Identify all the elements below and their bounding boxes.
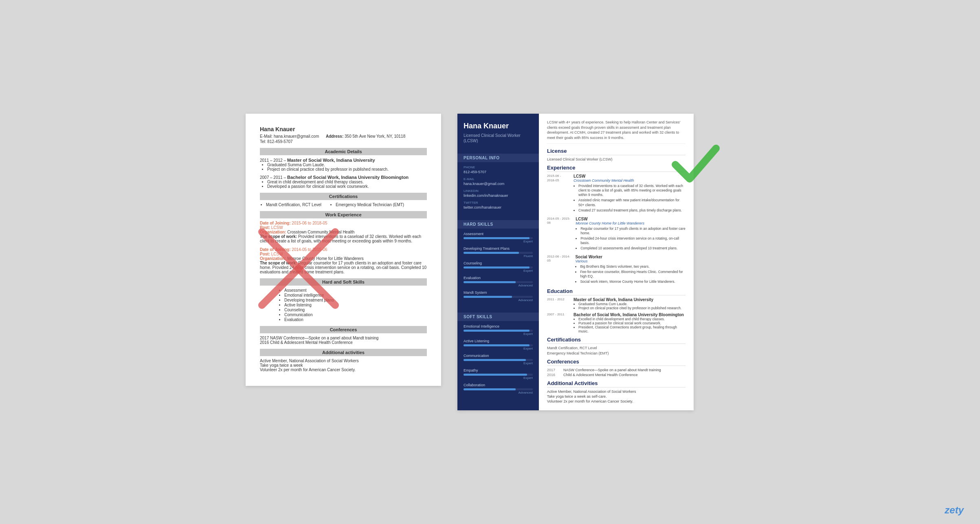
soft-skill-item: Active Listening Expert xyxy=(464,339,533,350)
work-item-2: Date of Joining: 2014-05 to 2015-06 Post… xyxy=(260,247,427,274)
soft-skill-item: Communication Expert xyxy=(464,354,533,365)
sidebar-header: Hana Knauer Licensed Clinical Social Wor… xyxy=(457,114,539,150)
additional-title: Additional Activities xyxy=(547,380,686,387)
right-resume-wrapper: Hana Knauer Licensed Clinical Social Wor… xyxy=(457,114,694,410)
additional-item: Volunteer 2x per month for American Canc… xyxy=(547,399,686,403)
conferences-section-title: Conferences xyxy=(260,326,427,333)
hard-skills-section: Assessment Expert Developing Treatment P… xyxy=(457,229,539,308)
left-skill-item: Evaluation xyxy=(284,317,427,322)
left-skill-item: Emotional intelligence xyxy=(284,293,427,297)
additional-content: Active Member, National Association of S… xyxy=(260,359,427,372)
soft-skill-item: Empathy Expert xyxy=(464,368,533,380)
twitter-info: Twitter twitter.com/hanaknauer xyxy=(464,201,533,209)
right-name: Hana Knauer xyxy=(464,122,533,131)
hard-skill-item: Evaluation Advanced xyxy=(464,276,533,287)
license-title: License xyxy=(547,148,686,155)
certs-row: Mandt Certification, RCT Level Emergency… xyxy=(260,203,427,207)
right-main-content: LCSW with 4+ years of experience. Seekin… xyxy=(539,114,694,410)
certs-section-title: Certifications xyxy=(260,193,427,200)
experience-item: 2012-06 - 2014-05 Social Worker Various … xyxy=(547,255,686,285)
personal-info: Phone 812-459-5707 E-mail hana.knauer@gm… xyxy=(457,162,539,216)
hard-skills-section-title: Hard Skills xyxy=(457,220,539,229)
edu-bullets-1: Graduated Summa Cum Laude. Project on cl… xyxy=(267,163,427,172)
right-sidebar: Hana Knauer Licensed Clinical Social Wor… xyxy=(457,114,539,410)
soft-skills-section-title: Soft Skills xyxy=(457,313,539,321)
right-additional-list: Active Member, National Association of S… xyxy=(547,390,686,403)
academic-section-title: Academic Details xyxy=(260,148,427,155)
right-education-list: 2011 - 2012 Master of Social Work, India… xyxy=(547,297,686,333)
right-title: Licensed Clinical Social Worker (LCSW) xyxy=(464,133,533,143)
education-title: Education xyxy=(547,288,686,295)
left-email-line: E-Mail: hana.knauer@gmail.com Address: 3… xyxy=(260,134,427,139)
left-skill-item: Assessment xyxy=(284,288,427,293)
soft-skills-section: Emotional Intelligence Expert Active Lis… xyxy=(457,321,539,401)
skills-list: AssessmentEmotional intelligenceDevelopi… xyxy=(260,288,427,322)
experience-item: 2014-05 - 2015-06 LCSW Monroe County Hom… xyxy=(547,217,686,251)
zety-brand: zety xyxy=(945,504,964,516)
experience-list: 2015-06 - 2018-05 LCSW Crosstown Communi… xyxy=(547,174,686,285)
conf-title: Conferences xyxy=(547,359,686,366)
left-resume-wrapper: Hana Knauer E-Mail: hana.knauer@gmail.co… xyxy=(246,114,441,386)
experience-title: Experience xyxy=(547,165,686,172)
left-header: Hana Knauer E-Mail: hana.knauer@gmail.co… xyxy=(260,126,427,144)
right-resume: Hana Knauer Licensed Clinical Social Wor… xyxy=(457,114,694,410)
right-edu-item: 2011 - 2012 Master of Social Work, India… xyxy=(547,297,686,310)
conferences-content: 2017 NASW Conference—Spoke on a panel ab… xyxy=(260,336,427,345)
cert-item: Emergency Medical Technician (EMT) xyxy=(547,351,686,355)
conf-item: 2016 Child & Adolescent Mental Health Co… xyxy=(547,373,686,377)
left-skill-item: Developing treatment plans xyxy=(284,298,427,302)
main-container: Hana Knauer E-Mail: hana.knauer@gmail.co… xyxy=(246,114,734,410)
email-info: E-mail hana.knauer@gmail.com xyxy=(464,177,533,186)
left-skill-item: Communication xyxy=(284,313,427,317)
left-name: Hana Knauer xyxy=(260,126,427,132)
summary-section: LCSW with 4+ years of experience. Seekin… xyxy=(547,120,686,144)
hard-skill-item: Counseling Expert xyxy=(464,261,533,273)
linkedin-info: LinkedIn linkedin.com/in/hanaknauer xyxy=(464,189,533,198)
phone-info: Phone 812-459-5707 xyxy=(464,165,533,174)
left-skill-item: Active listening xyxy=(284,303,427,307)
right-certs-list: Mandt Certification, RCT LevelEmergency … xyxy=(547,346,686,355)
work-section-title: Work Experience xyxy=(260,211,427,218)
left-resume: Hana Knauer E-Mail: hana.knauer@gmail.co… xyxy=(246,114,441,386)
additional-item: Take yoga twice a week as self-care. xyxy=(547,394,686,399)
edu-item-2: 2007 – 2011 – Bachelor of Social Work, I… xyxy=(260,175,427,189)
left-tel-line: Tel: 812-459-5707 xyxy=(260,139,427,144)
right-edu-item: 2007 - 2011 Bachelor of Social Work, Ind… xyxy=(547,313,686,333)
cert-item: Mandt Certification, RCT Level xyxy=(547,346,686,350)
hard-skill-item: Mandt System Advanced xyxy=(464,291,533,302)
soft-skill-item: Emotional Intelligence Expert xyxy=(464,324,533,336)
edu-item-1: 2011 – 2012 – Master of Social Work, Ind… xyxy=(260,158,427,172)
personal-info-section-title: Personal Info xyxy=(457,154,539,162)
edu-bullets-2: Great in child development and child the… xyxy=(267,180,427,189)
summary-text: LCSW with 4+ years of experience. Seekin… xyxy=(547,120,686,140)
additional-item: Active Member, National Association of S… xyxy=(547,390,686,394)
experience-item: 2015-06 - 2018-05 LCSW Crosstown Communi… xyxy=(547,174,686,213)
hard-skill-item: Assessment Expert xyxy=(464,232,533,243)
work-item-1: Date of Joining: 2015-06 to 2018-05 Post… xyxy=(260,221,427,243)
conf-item: 2017 NASW Conference—Spoke on a panel ab… xyxy=(547,368,686,372)
hard-skill-item: Developing Treatment Plans Fluent xyxy=(464,247,533,258)
certs-title: Certifications xyxy=(547,337,686,344)
left-skill-item: Counseling xyxy=(284,308,427,312)
additional-section-title: Additional activities xyxy=(260,349,427,356)
skills-section-title: Hard and Soft Skills xyxy=(260,278,427,286)
soft-skill-item: Collaboration Advanced xyxy=(464,383,533,394)
right-conf-list: 2017 NASW Conference—Spoke on a panel ab… xyxy=(547,368,686,377)
license-value: Licensed Clinical Social Worker (LCSW) xyxy=(547,157,686,161)
